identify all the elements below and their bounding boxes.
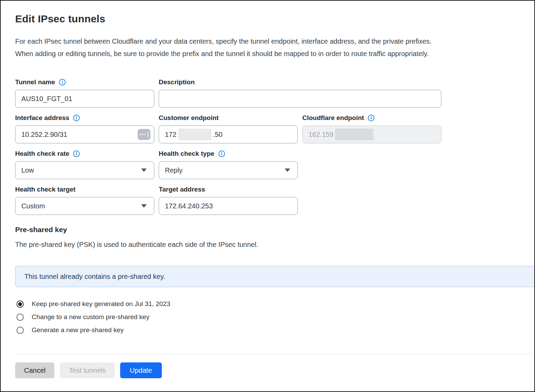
chevron-down-icon: [285, 168, 290, 172]
interface-address-input[interactable]: [15, 126, 154, 143]
chevron-down-icon: [141, 168, 147, 172]
cloudflare-endpoint-label: Cloudflare endpoint: [302, 114, 364, 122]
psk-info-banner: This tunnel already contains a pre-share…: [15, 266, 534, 287]
redaction-blur: [335, 129, 374, 140]
interface-address-label: Interface address: [15, 114, 69, 122]
test-tunnels-button: Test tunnels: [60, 362, 115, 378]
customer-endpoint-value-prefix: 172: [165, 131, 176, 139]
target-address-label: Target address: [159, 186, 205, 193]
health-check-target-field: Health check target Custom: [15, 185, 154, 215]
radio-button[interactable]: [17, 314, 24, 321]
radio-button[interactable]: [17, 327, 24, 334]
info-icon[interactable]: [59, 79, 66, 86]
intro-line-1: For each IPsec tunnel between Cloudflare…: [15, 35, 521, 47]
redaction-blur: [178, 129, 211, 140]
radio-label: Generate a new pre-shared key: [32, 326, 124, 334]
pre-shared-key-heading: Pre-shared key: [15, 226, 534, 234]
edit-ipsec-tunnels-dialog: Edit IPsec tunnels For each IPsec tunnel…: [0, 0, 535, 392]
cloudflare-endpoint-value-prefix: 162.159: [308, 131, 333, 139]
description-field: Description: [159, 78, 441, 108]
psk-option-change-custom[interactable]: Change to a new custom pre-shared key: [17, 311, 534, 324]
cancel-button[interactable]: Cancel: [15, 362, 54, 378]
tunnel-name-label: Tunnel name: [15, 78, 55, 86]
intro-line-2: When adding or editing tunnels, be sure …: [15, 47, 521, 60]
description-label: Description: [159, 78, 195, 86]
psk-option-generate-new[interactable]: Generate a new pre-shared key: [17, 324, 534, 337]
customer-endpoint-input[interactable]: 172 .50: [159, 126, 298, 143]
psk-option-keep[interactable]: Keep pre-shared key generated on Jul 31,…: [17, 297, 534, 311]
footer-actions: Cancel Test tunnels Update: [15, 362, 534, 378]
page-title: Edit IPsec tunnels: [15, 13, 534, 25]
health-check-type-label: Health check type: [159, 150, 214, 157]
psk-info-banner-message: This tunnel already contains a pre-share…: [24, 273, 165, 281]
description-input[interactable]: [159, 90, 441, 108]
info-icon[interactable]: [218, 150, 225, 157]
customer-endpoint-field: Customer endpoint 172 .50: [159, 113, 298, 143]
health-check-target-select[interactable]: Custom: [15, 197, 154, 215]
target-address-field: Target address: [159, 185, 298, 215]
health-check-type-select[interactable]: Reply: [159, 161, 298, 179]
info-icon[interactable]: [368, 115, 375, 121]
health-check-rate-select[interactable]: Low: [15, 161, 154, 179]
tunnel-form: Tunnel name Description Interface addre: [15, 78, 534, 215]
health-check-rate-label: Health check rate: [15, 150, 69, 157]
health-check-rate-field: Health check rate Low: [15, 149, 154, 179]
text-cursor-dots-icon[interactable]: [138, 129, 150, 140]
health-check-rate-value: Low: [21, 166, 34, 174]
intro-text: For each IPsec tunnel between Cloudflare…: [15, 35, 534, 60]
footer-divider: [15, 354, 532, 354]
chevron-down-icon: [141, 204, 147, 208]
update-button[interactable]: Update: [120, 362, 162, 378]
target-address-input[interactable]: [159, 197, 298, 215]
psk-option-group: Keep pre-shared key generated on Jul 31,…: [17, 297, 534, 337]
cloudflare-endpoint-field: Cloudflare endpoint 162.159: [302, 113, 441, 143]
health-check-type-value: Reply: [165, 166, 182, 174]
radio-label: Keep pre-shared key generated on Jul 31,…: [32, 300, 170, 308]
radio-label: Change to a new custom pre-shared key: [32, 313, 149, 321]
radio-button[interactable]: [17, 301, 24, 308]
customer-endpoint-value-suffix: .50: [213, 131, 222, 139]
info-icon[interactable]: [73, 115, 80, 121]
info-icon[interactable]: [73, 150, 80, 157]
interface-address-field: Interface address: [15, 113, 154, 143]
health-check-type-field: Health check type Reply: [159, 149, 298, 179]
health-check-target-label: Health check target: [15, 186, 75, 193]
tunnel-name-field: Tunnel name: [15, 78, 154, 108]
customer-endpoint-label: Customer endpoint: [159, 114, 219, 122]
tunnel-name-input[interactable]: [15, 90, 154, 108]
health-check-target-value: Custom: [21, 202, 45, 210]
cloudflare-endpoint-input: 162.159: [302, 126, 441, 143]
pre-shared-key-description: The pre-shared key (PSK) is used to auth…: [15, 241, 534, 249]
